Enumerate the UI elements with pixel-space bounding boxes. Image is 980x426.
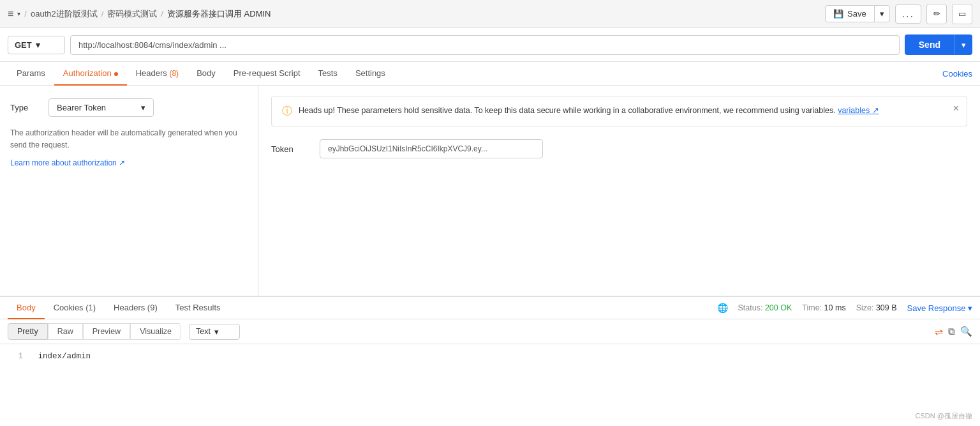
- response-tab-test-results[interactable]: Test Results: [167, 297, 230, 319]
- warning-close-button[interactable]: ×: [953, 103, 959, 114]
- send-button[interactable]: Send: [905, 34, 954, 55]
- tab-body-label: Body: [197, 68, 216, 78]
- time-label: Time: 10 ms: [802, 303, 845, 312]
- tab-authorization[interactable]: Authorization: [54, 62, 127, 86]
- status-label: Status: 200 OK: [738, 303, 792, 312]
- toolbar-actions: ⇌ ⧉ 🔍: [935, 326, 972, 338]
- response-tabs: Body Cookies (1) Headers (9) Test Result…: [8, 297, 230, 319]
- tab-headers-label: Headers: [136, 68, 167, 78]
- token-label: Token: [271, 144, 309, 154]
- tab-params-label: Params: [17, 68, 45, 78]
- tab-authorization-label: Authorization: [63, 68, 112, 78]
- breadcrumb-current: 资源服务器接口调用 ADMIN: [167, 8, 271, 20]
- type-row: Type Bearer Token ▾: [10, 98, 248, 117]
- sep2: /: [101, 9, 104, 19]
- send-dropdown[interactable]: ▾: [954, 34, 972, 55]
- status-code: 200 OK: [765, 303, 792, 312]
- response-tab-cookies[interactable]: Cookies (1): [45, 297, 105, 319]
- menu-icon[interactable]: ≡: [8, 8, 13, 20]
- breadcrumb-area: ≡ ▾ / oauth2进阶版测试 / 密码模式测试 / 资源服务器接口调用 A…: [8, 8, 271, 20]
- method-select[interactable]: GET ▾: [8, 36, 65, 54]
- text-label: Text: [196, 327, 211, 336]
- response-tab-test-results-label: Test Results: [175, 303, 221, 312]
- warning-text: Heads up! These parameters hold sensitiv…: [299, 104, 879, 117]
- search-icon[interactable]: 🔍: [960, 326, 972, 337]
- auth-right-panel: ⓘ Heads up! These parameters hold sensit…: [258, 86, 980, 296]
- breadcrumb-2[interactable]: 密码模式测试: [107, 8, 157, 20]
- line-content-1: index/admin: [38, 352, 91, 361]
- response-toolbar: Pretty Raw Preview Visualize Text ▾ ⇌ ⧉ …: [0, 319, 980, 344]
- tab-prerequest-label: Pre-request Script: [234, 68, 301, 78]
- text-chevron: ▾: [214, 327, 219, 337]
- main-content: Type Bearer Token ▾ The authorization he…: [0, 86, 980, 296]
- breadcrumb-1[interactable]: oauth2进阶版测试: [31, 8, 98, 20]
- tab-settings[interactable]: Settings: [346, 62, 394, 86]
- globe-icon: 🌐: [717, 303, 728, 313]
- response-line-1: 1 index/admin: [10, 352, 970, 361]
- type-select[interactable]: Bearer Token ▾: [48, 98, 154, 117]
- tab-body[interactable]: Body: [188, 62, 225, 86]
- text-format-select[interactable]: Text ▾: [189, 324, 240, 340]
- format-tab-preview[interactable]: Preview: [83, 323, 130, 340]
- save-button-group: 💾 Save ▾: [825, 5, 890, 22]
- tab-params[interactable]: Params: [8, 62, 54, 86]
- response-tab-body-label: Body: [17, 303, 36, 312]
- auth-info-text: The authorization header will be automat…: [10, 127, 248, 151]
- response-tab-headers[interactable]: Headers (9): [105, 297, 167, 319]
- tab-headers[interactable]: Headers (8): [127, 62, 188, 86]
- token-input[interactable]: [320, 139, 543, 158]
- pen-icon: ✏: [933, 9, 940, 19]
- learn-more-text: Learn more about authorization: [10, 158, 117, 167]
- type-label: Type: [10, 103, 36, 112]
- url-bar: GET ▾ Send ▾: [0, 28, 980, 62]
- send-group: Send ▾: [905, 34, 972, 55]
- comment-icon: ▭: [958, 9, 966, 19]
- warning-variables-link[interactable]: variables ↗: [838, 106, 879, 115]
- save-dropdown-arrow[interactable]: ▾: [875, 6, 889, 22]
- edit-button[interactable]: ✏: [926, 4, 947, 24]
- auth-left-panel: Type Bearer Token ▾ The authorization he…: [0, 86, 258, 296]
- type-chevron: ▾: [141, 103, 145, 112]
- sep1: /: [24, 9, 27, 19]
- tab-tests[interactable]: Tests: [309, 62, 346, 86]
- learn-more-link[interactable]: Learn more about authorization ↗: [10, 158, 125, 167]
- top-bar-actions: 💾 Save ▾ ... ✏ ▭: [825, 4, 972, 24]
- save-icon: 💾: [833, 9, 843, 19]
- watermark: CSDN @孤居自徹: [916, 411, 972, 421]
- format-tab-visualize[interactable]: Visualize: [130, 323, 181, 340]
- method-chevron: ▾: [36, 40, 40, 50]
- tab-settings-label: Settings: [355, 68, 385, 78]
- format-tabs: Pretty Raw Preview Visualize: [8, 323, 181, 340]
- wrap-icon[interactable]: ⇌: [935, 326, 943, 338]
- sep3: /: [161, 9, 163, 19]
- warning-link-text: variables: [838, 106, 870, 115]
- copy-icon[interactable]: ⧉: [948, 326, 955, 337]
- type-value: Bearer Token: [57, 103, 106, 112]
- format-tab-pretty[interactable]: Pretty: [8, 323, 48, 340]
- tab-headers-badge: (8): [169, 69, 179, 78]
- top-bar: ≡ ▾ / oauth2进阶版测试 / 密码模式测试 / 资源服务器接口调用 A…: [0, 0, 980, 28]
- warning-link-arrow: ↗: [872, 106, 879, 115]
- url-input[interactable]: [70, 35, 900, 55]
- request-tabs-bar: Params Authorization Headers (8) Body Pr…: [0, 62, 980, 86]
- method-label: GET: [15, 40, 32, 50]
- response-section: Body Cookies (1) Headers (9) Test Result…: [0, 296, 980, 369]
- warning-icon: ⓘ: [282, 105, 292, 118]
- format-tab-raw[interactable]: Raw: [48, 323, 83, 340]
- request-tabs: Params Authorization Headers (8) Body Pr…: [8, 62, 394, 85]
- save-button[interactable]: 💾 Save: [826, 6, 875, 22]
- response-tab-body[interactable]: Body: [8, 297, 45, 319]
- save-response-chevron: ▾: [968, 303, 972, 313]
- size-label: Size: 309 B: [856, 303, 897, 312]
- response-tab-headers-label: Headers (9): [114, 303, 158, 312]
- response-body: 1 index/admin: [0, 344, 980, 369]
- save-response-button[interactable]: Save Response ▾: [907, 303, 972, 313]
- more-button[interactable]: ...: [895, 4, 921, 24]
- dropdown-icon[interactable]: ▾: [17, 10, 20, 17]
- line-number-1: 1: [10, 352, 23, 361]
- warning-text-main: Heads up! These parameters hold sensitiv…: [299, 106, 838, 115]
- comment-button[interactable]: ▭: [952, 4, 972, 24]
- tab-prerequest[interactable]: Pre-request Script: [225, 62, 309, 86]
- tab-authorization-dot: [114, 72, 118, 76]
- cookies-link[interactable]: Cookies: [942, 63, 972, 85]
